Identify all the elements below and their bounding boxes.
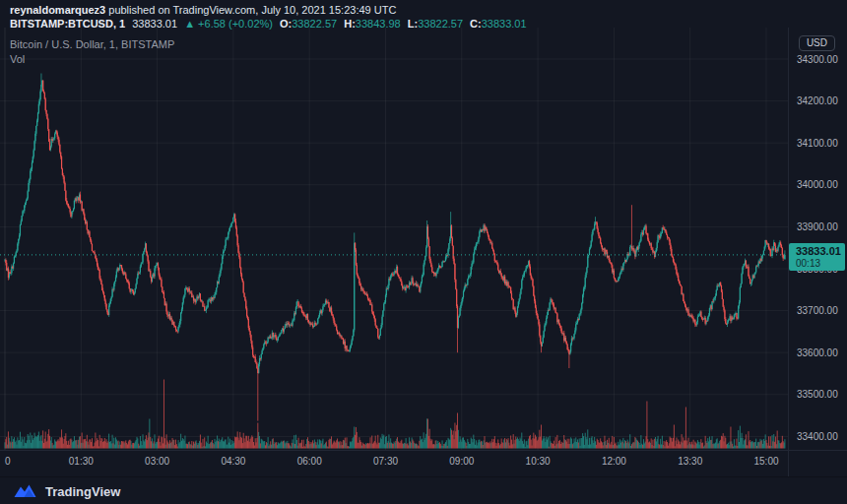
footer-bar: TradingView (0, 476, 847, 504)
chart-title[interactable]: Bitcoin / U.S. Dollar, 1, BITSTAMP (10, 38, 174, 50)
price-axis-tick-label: 34200.00 (797, 95, 838, 106)
last-price: 33833.01 (132, 18, 177, 30)
open-label: O: (280, 18, 292, 30)
high-label: H: (344, 18, 356, 30)
close-value: 33833.01 (482, 18, 527, 30)
publish-info: reynaldomarquez3 published on TradingVie… (10, 4, 396, 16)
close-label: C: (470, 18, 482, 30)
low-value: 33822.57 (418, 18, 463, 30)
vertical-gridlines (81, 28, 766, 450)
price-axis-tick-label: 34100.00 (797, 138, 838, 149)
chart-legend: Bitcoin / U.S. Dollar, 1, BITSTAMP Vol (10, 38, 174, 65)
price-axis-tick-label: 34300.00 (797, 54, 838, 65)
tradingview-brand-text[interactable]: TradingView (45, 484, 120, 499)
time-axis-tick-label: 10:30 (526, 456, 551, 467)
tradingview-logo-icon[interactable] (13, 482, 37, 500)
time-axis-tick-label: 03:00 (145, 456, 169, 467)
price-axis-tick-label: 33400.00 (797, 431, 838, 442)
author-name: reynaldomarquez3 (10, 4, 105, 16)
time-axis-tick-label: 04:30 (221, 456, 245, 467)
price-axis-tick-label: 34000.00 (797, 179, 838, 190)
price-axis-tick-label: 33500.00 (797, 389, 838, 400)
open-value: 33822.57 (292, 18, 337, 30)
tradingview-snapshot: 34300.0034200.0034100.0034000.0033900.00… (0, 0, 847, 504)
publish-text: published on TradingView.com, July 10, 2… (105, 4, 396, 16)
candle-wicks-down (6, 80, 783, 420)
price-axis-tick-label: 33900.00 (797, 221, 838, 232)
time-axis-tick-label: 06:00 (297, 456, 322, 467)
time-axis-tick-label: 12:00 (602, 456, 626, 467)
price-axis-tick-label: 33700.00 (797, 305, 838, 316)
time-axis-tick-label: 01:30 (69, 456, 94, 467)
symbol-interval: BITSTAMP:BTCUSD, 1 (10, 18, 125, 30)
time-axis-tick-label: 0 (5, 456, 11, 467)
time-axis-tick-label: 09:00 (449, 456, 474, 467)
high-value: 33843.98 (356, 18, 401, 30)
time-axis-labels[interactable]: 001:3003:0004:3006:0007:3009:0010:3012:0… (5, 456, 779, 467)
volume-indicator-label[interactable]: Vol (10, 53, 174, 65)
candle-wicks-up (5, 74, 785, 374)
time-axis-tick-label: 15:00 (753, 456, 778, 467)
grid-lines (0, 28, 788, 450)
time-axis-tick-label: 07:30 (373, 456, 398, 467)
price-change: +6.58 (+0.02%) (198, 18, 273, 30)
candle-countdown: 00:13 (796, 258, 845, 269)
time-axis-tick-label: 13:30 (678, 456, 702, 467)
current-price-tag[interactable]: 33833.01 00:13 (789, 243, 845, 271)
volume-bars-down (6, 380, 783, 449)
currency-toggle[interactable]: USD (799, 35, 835, 51)
low-label: L: (408, 18, 418, 30)
current-price-value: 33833.01 (796, 244, 845, 258)
symbol-info-bar: BITSTAMP:BTCUSD, 1 33833.01 ▲ +6.58 (+0.… (10, 18, 527, 30)
price-axis-tick-label: 33600.00 (797, 347, 838, 358)
candlestick-chart[interactable]: 34300.0034200.0034100.0034000.0033900.00… (0, 0, 847, 504)
horizontal-gridlines (0, 59, 788, 436)
change-arrow-icon: ▲ (184, 18, 195, 30)
